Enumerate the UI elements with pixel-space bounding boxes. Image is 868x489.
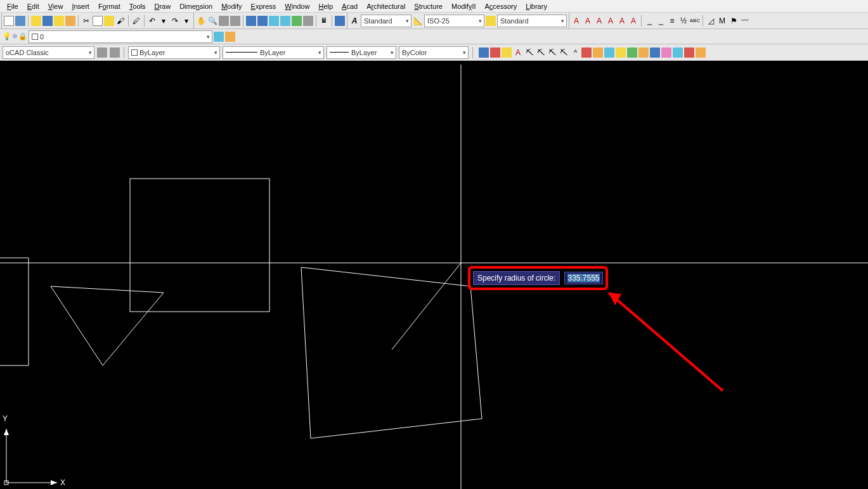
- menu-window[interactable]: Window: [280, 1, 314, 11]
- lineweight-dropdown[interactable]: ByLayer: [327, 46, 396, 59]
- menu-accessory[interactable]: Accessory: [481, 1, 522, 11]
- toolpal-icon[interactable]: [269, 16, 279, 26]
- menu-file[interactable]: File: [3, 1, 23, 11]
- tool-line1-icon[interactable]: ⎯: [644, 16, 654, 26]
- ex-10-icon[interactable]: [581, 48, 592, 58]
- menu-library[interactable]: Library: [521, 1, 552, 11]
- tool-a4-icon[interactable]: A: [606, 16, 616, 26]
- ex-20-icon[interactable]: [696, 48, 706, 58]
- ex-19-icon[interactable]: [684, 48, 694, 58]
- menu-acad[interactable]: Acad: [337, 1, 362, 11]
- publish-icon[interactable]: [54, 16, 64, 26]
- textstyle-dropdown[interactable]: Standard: [361, 15, 411, 27]
- linetype-dropdown[interactable]: ByLayer: [223, 46, 324, 59]
- ex-3-icon[interactable]: [502, 48, 512, 58]
- menu-view[interactable]: View: [44, 1, 68, 11]
- tool-a1-icon[interactable]: A: [571, 16, 581, 26]
- color-dropdown[interactable]: ByLayer: [128, 46, 220, 59]
- drawing-canvas[interactable]: X Y Specify radius of circle: 335.7555: [0, 65, 868, 489]
- tool-a6-icon[interactable]: A: [628, 16, 638, 26]
- ex-11-icon[interactable]: [593, 48, 603, 58]
- workspace-dropdown[interactable]: oCAD Classic: [3, 46, 94, 59]
- bulb-icon[interactable]: 💡: [3, 32, 11, 41]
- menu-help[interactable]: Help: [314, 1, 337, 11]
- ex-12-icon[interactable]: [604, 48, 614, 58]
- dimstyle-btn-icon[interactable]: 📐: [413, 16, 423, 26]
- preview-icon[interactable]: [42, 16, 53, 26]
- pan-icon[interactable]: ✋: [196, 16, 206, 26]
- tool-line3-icon[interactable]: ≡: [667, 16, 677, 26]
- ex-1-icon[interactable]: [479, 48, 489, 58]
- menu-modifyii[interactable]: ModifyII: [447, 1, 481, 11]
- paste-icon[interactable]: [104, 16, 114, 26]
- layer-prev-icon[interactable]: [225, 32, 235, 42]
- zoom-rt-icon[interactable]: 🔍: [207, 16, 217, 26]
- calc-icon[interactable]: 🖩: [319, 16, 329, 26]
- undo-drop-icon[interactable]: ▾: [159, 16, 169, 26]
- markup-icon[interactable]: [292, 16, 302, 26]
- tool-a5-icon[interactable]: A: [617, 16, 627, 26]
- menu-structure[interactable]: Structure: [410, 1, 447, 11]
- new-icon[interactable]: [4, 16, 14, 26]
- ex-18-icon[interactable]: [673, 48, 683, 58]
- ex-6-icon[interactable]: ⛏: [536, 48, 546, 58]
- tool-a3-icon[interactable]: A: [594, 16, 604, 26]
- ex-14-icon[interactable]: [627, 48, 637, 58]
- ex-17-icon[interactable]: [661, 48, 671, 58]
- dimstyle-dropdown[interactable]: ISO-25: [424, 15, 484, 27]
- plotstyle-dropdown[interactable]: ByColor: [399, 46, 469, 59]
- plot-icon[interactable]: [31, 16, 41, 26]
- menu-modify[interactable]: Modify: [217, 1, 246, 11]
- ex-13-icon[interactable]: [616, 48, 626, 58]
- tool-frac-icon[interactable]: ½: [678, 16, 689, 26]
- ex-7-icon[interactable]: ⛏: [547, 48, 557, 58]
- menu-format[interactable]: Format: [94, 1, 125, 11]
- redo-icon[interactable]: ↷: [170, 16, 180, 26]
- layer-props-icon[interactable]: [214, 32, 224, 42]
- match-icon[interactable]: 🖌: [115, 16, 126, 26]
- ws-settings-icon[interactable]: [97, 48, 107, 58]
- textstyle-btn-icon[interactable]: A: [349, 16, 360, 26]
- ex-15-icon[interactable]: [638, 48, 649, 58]
- tool-zigzag-icon[interactable]: 〰: [740, 16, 750, 26]
- redo-drop-icon[interactable]: ▾: [181, 16, 191, 26]
- undo-icon[interactable]: ↶: [147, 16, 157, 26]
- menu-dimension[interactable]: Dimension: [175, 1, 217, 11]
- sheet-icon[interactable]: [280, 16, 290, 26]
- ex-16-icon[interactable]: [650, 48, 660, 58]
- layer-dropdown[interactable]: 0: [29, 30, 212, 43]
- tool-a2-icon[interactable]: A: [583, 16, 593, 26]
- freeze-icon[interactable]: ❄: [12, 32, 18, 41]
- qcalc-icon[interactable]: [303, 16, 313, 26]
- zoom-prev-icon[interactable]: [230, 16, 240, 26]
- ex-8-icon[interactable]: ⛏: [559, 48, 569, 58]
- menu-tools[interactable]: Tools: [125, 1, 150, 11]
- ex-4-icon[interactable]: A: [513, 48, 523, 58]
- menu-edit[interactable]: Edit: [23, 1, 44, 11]
- tool-angle-icon[interactable]: ◿: [706, 16, 716, 26]
- tablestyle-btn-icon[interactable]: [486, 16, 496, 26]
- menu-draw[interactable]: Draw: [150, 1, 175, 11]
- cut-icon[interactable]: ✂: [81, 16, 91, 26]
- tool-abc-icon[interactable]: ABC: [690, 16, 700, 26]
- dcenter-icon[interactable]: [257, 16, 268, 26]
- ex-2-icon[interactable]: [490, 48, 500, 58]
- save-icon[interactable]: [15, 16, 25, 26]
- props-icon[interactable]: [246, 16, 256, 26]
- ws-lock-icon[interactable]: [110, 48, 120, 58]
- help-icon[interactable]: [335, 16, 345, 26]
- menu-insert[interactable]: Insert: [67, 1, 94, 11]
- lock-icon[interactable]: 🔒: [18, 32, 27, 41]
- copy-icon[interactable]: [93, 16, 103, 26]
- tool-line2-icon[interactable]: ⎯: [656, 16, 666, 26]
- find-icon[interactable]: [65, 16, 75, 26]
- tablestyle-dropdown[interactable]: Standard: [497, 15, 567, 27]
- tool-m-icon[interactable]: M: [717, 16, 727, 26]
- zoom-win-icon[interactable]: [219, 16, 229, 26]
- ex-5-icon[interactable]: ⛏: [524, 48, 534, 58]
- menu-express[interactable]: Express: [247, 1, 281, 11]
- tool-flag-icon[interactable]: ⚑: [729, 16, 739, 26]
- ex-9-icon[interactable]: ᴬ: [570, 48, 580, 58]
- brush-icon[interactable]: 🖊: [131, 16, 141, 26]
- menu-architectural[interactable]: Architectural: [362, 1, 410, 11]
